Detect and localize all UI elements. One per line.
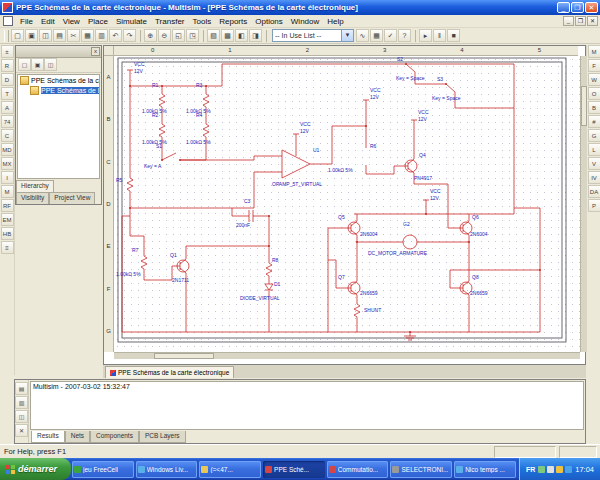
frequency-counter-icon[interactable]: # (588, 115, 600, 128)
open-icon[interactable]: ▣ (25, 29, 38, 42)
component-label[interactable]: 2N6659 (470, 291, 488, 297)
sources-group-icon[interactable]: ± (1, 45, 14, 58)
schematic-sheet[interactable]: VCC12VR11.00kΩ 5%R31.00kΩ 5%R21.00kΩ 5%R… (114, 56, 580, 359)
logic-analyzer-icon[interactable]: L (588, 143, 600, 156)
distortion-analyzer-icon[interactable]: DA (588, 185, 600, 198)
child-restore-button[interactable]: ❐ (575, 16, 586, 26)
maximize-button[interactable]: ❐ (571, 2, 584, 13)
paste-icon[interactable]: ▥ (95, 29, 108, 42)
save-icon[interactable]: ◫ (39, 29, 52, 42)
analog-group-icon[interactable]: A (1, 101, 14, 114)
component-label[interactable]: R8 (272, 258, 278, 264)
clear-log-icon[interactable]: ✕ (15, 424, 28, 437)
function-generator-icon[interactable]: F (588, 59, 600, 72)
project-bar-icon[interactable]: ▧ (207, 29, 220, 42)
component-label[interactable]: Key = Space (396, 76, 425, 82)
undo-icon[interactable]: ↶ (109, 29, 122, 42)
component-label[interactable]: 12V (430, 196, 439, 202)
component-label[interactable]: R6 (370, 144, 376, 150)
oscilloscope-icon[interactable]: O (588, 87, 600, 100)
bus-icon[interactable]: ≡ (1, 241, 14, 254)
component-label[interactable]: S3 (437, 77, 443, 83)
rf-group-icon[interactable]: RF (1, 199, 14, 212)
menu-item[interactable]: Window (287, 17, 323, 26)
language-indicator[interactable]: FR (526, 466, 535, 473)
chevron-down-icon[interactable]: ▼ (341, 30, 353, 41)
component-label[interactable]: 2N6659 (360, 291, 378, 297)
redo-icon[interactable]: ↷ (123, 29, 136, 42)
cut-icon[interactable]: ✂ (67, 29, 80, 42)
tab-hierarchy[interactable]: Hierarchy (16, 180, 54, 192)
close-icon[interactable]: x (91, 47, 100, 56)
component-label[interactable]: VCC (430, 189, 441, 195)
component-label[interactable]: 2N6004 (360, 232, 378, 238)
pause-icon[interactable]: ‖ (433, 29, 446, 42)
component-label[interactable]: DIODE_VIRTUAL (240, 296, 280, 302)
start-button[interactable]: démarrer (0, 458, 71, 480)
spreadsheet-tab[interactable]: Nets (65, 431, 90, 443)
logic-converter-icon[interactable]: V (588, 157, 600, 170)
menu-item[interactable]: Help (323, 17, 347, 26)
misc-group-icon[interactable]: M (1, 185, 14, 198)
component-label[interactable]: R5 (116, 178, 122, 184)
print-log-icon[interactable]: ▥ (15, 396, 28, 409)
component-label[interactable]: Q6 (472, 215, 479, 221)
taskbar-button[interactable]: PPE Sché... (263, 461, 325, 478)
hierarchical-block-icon[interactable]: HB (1, 227, 14, 240)
zoom-fit-icon[interactable]: ◳ (186, 29, 199, 42)
multimeter-icon[interactable]: M (588, 45, 600, 58)
erc-icon[interactable]: ✓ (384, 29, 397, 42)
breadboard-icon[interactable]: ◧ (235, 29, 248, 42)
component-label[interactable]: Key = A (144, 164, 161, 170)
basic-group-icon[interactable]: R (1, 59, 14, 72)
spreadsheet-view-icon[interactable]: ▩ (221, 29, 234, 42)
component-label[interactable]: 1.00kΩ 5% (328, 168, 353, 174)
zoom-in-icon[interactable]: ⊕ (144, 29, 157, 42)
wattmeter-icon[interactable]: W (588, 73, 600, 86)
electromech-group-icon[interactable]: EM (1, 213, 14, 226)
menu-item[interactable]: Simulate (112, 17, 151, 26)
component-label[interactable]: VCC (300, 122, 311, 128)
menu-item[interactable]: Place (84, 17, 112, 26)
menu-item[interactable]: Transfer (151, 17, 189, 26)
component-label[interactable]: Q8 (472, 275, 479, 281)
measurement-probe-icon[interactable]: P (588, 199, 600, 212)
toolbox-tab[interactable]: Project View (49, 192, 95, 204)
component-label[interactable]: R4 (196, 113, 202, 119)
menu-item[interactable]: View (59, 17, 84, 26)
simulation-log[interactable]: Multisim - 2007-03-02 15:32:47 (30, 381, 584, 430)
component-label[interactable]: Q1 (170, 253, 177, 259)
save-icon[interactable]: ◫ (44, 58, 57, 71)
misc-digital-group-icon[interactable]: MD (1, 143, 14, 156)
indicators-group-icon[interactable]: I (1, 171, 14, 184)
component-label[interactable]: G2 (403, 222, 410, 228)
tray-msn-icon[interactable] (556, 466, 563, 473)
scrollbar-thumb[interactable] (154, 353, 214, 359)
sheet-tab[interactable]: PPE Schémas de la carte électronique (105, 366, 234, 378)
taskbar-button[interactable]: Windows Liv... (136, 461, 198, 478)
component-label[interactable]: DC_MOTOR_ARMATURE (368, 251, 427, 257)
component-label[interactable]: Q7 (338, 275, 345, 281)
save-log-icon[interactable]: ◫ (15, 410, 28, 423)
component-label[interactable]: R7 (132, 248, 138, 254)
component-label[interactable]: 2N1711 (172, 278, 189, 284)
component-label[interactable]: OPAMP_5T_VIRTUAL (272, 182, 322, 188)
component-label[interactable]: D1 (274, 282, 280, 288)
component-label[interactable]: 1.00kΩ 5% (142, 140, 167, 146)
menu-item[interactable]: Edit (37, 17, 59, 26)
component-label[interactable]: R3 (196, 83, 202, 89)
tray-volume-icon[interactable] (547, 466, 554, 473)
taskbar-button[interactable]: Nico temps ... (454, 461, 516, 478)
database-icon[interactable]: ▦ (370, 29, 383, 42)
mixed-group-icon[interactable]: MX (1, 157, 14, 170)
cmos-group-icon[interactable]: C (1, 129, 14, 142)
component-label[interactable]: 200nF (236, 223, 250, 229)
component-label[interactable]: Key = Space (432, 96, 461, 102)
component-label[interactable]: U1 (313, 148, 319, 154)
component-label[interactable]: C3 (244, 199, 250, 205)
vertical-scrollbar[interactable] (580, 56, 587, 352)
child-minimize-button[interactable]: _ (563, 16, 574, 26)
horizontal-scrollbar[interactable] (114, 352, 580, 359)
component-label[interactable]: 12V (300, 129, 309, 135)
grapher-icon[interactable]: ∿ (356, 29, 369, 42)
